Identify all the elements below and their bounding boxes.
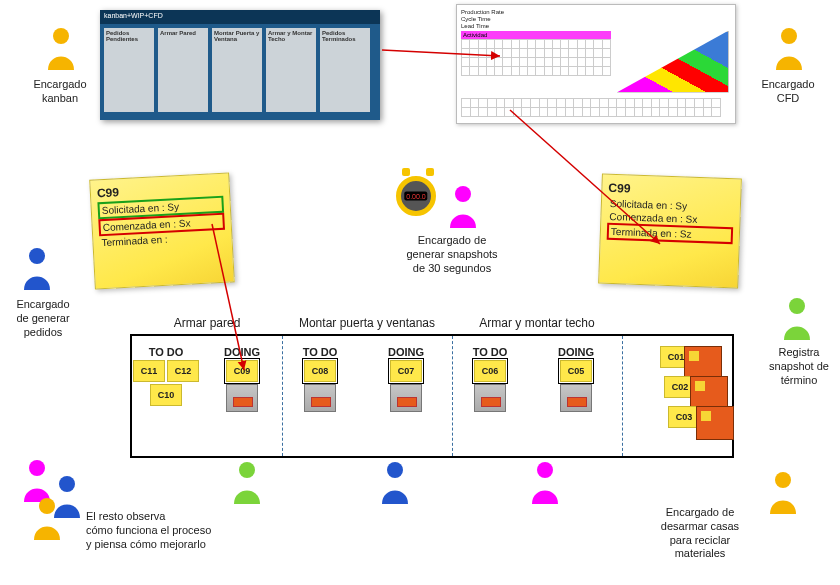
trello-col-title: Pedidos Pendientes [106, 30, 152, 42]
column-header-todo: TO DO [303, 346, 338, 358]
column-header-doing: DOING [388, 346, 424, 358]
role-snapshots: Encargado de generar snapshots de 30 seg… [392, 234, 512, 275]
lane-title: Montar puerta y ventanas [282, 316, 452, 330]
person-icon [30, 496, 64, 540]
kanban-board: Armar pared TO DO C11 C12 C10 DOING C09 … [130, 334, 734, 458]
role-registrar: Registra snapshot de término [754, 346, 840, 387]
sticky-title: C99 [608, 181, 734, 199]
role-desarmar: Encargado de desarmar casas para recicla… [640, 506, 760, 561]
trello-col-title: Pedidos Terminados [322, 30, 368, 42]
role-cfd: Encargado CFD [748, 78, 828, 106]
cfd-label: Production Rate [461, 9, 731, 16]
trello-col-title: Armar Pared [160, 30, 206, 36]
card: C10 [150, 384, 182, 406]
lane-title: Armar pared [132, 316, 282, 330]
person-icon [528, 460, 562, 504]
house-icon [690, 376, 728, 410]
house-icon [696, 406, 734, 440]
build-photo [304, 384, 336, 412]
card: C11 [133, 360, 165, 382]
role-kanban: Encargado kanban [20, 78, 100, 106]
person-icon [446, 184, 480, 228]
build-photo [390, 384, 422, 412]
column-header-doing: DOING [558, 346, 594, 358]
sticky-note-request: C99 Solicitada en : Sy Comenzada en : Sx… [89, 172, 235, 289]
cfd-activity-header: Actividad [461, 31, 611, 39]
person-icon [378, 460, 412, 504]
card: C06 [474, 360, 506, 382]
house-icon [684, 346, 722, 380]
build-photo [226, 384, 258, 412]
done-stack: C01 C02 C03 [664, 346, 724, 446]
lane-title: Armar y montar techo [452, 316, 622, 330]
card: C09 [226, 360, 258, 382]
person-icon [44, 26, 78, 70]
cfd-spreadsheet: Production Rate Cycle Time Lead Time Act… [456, 4, 736, 124]
role-pedidos: Encargado de generar pedidos [0, 298, 86, 339]
stopwatch-icon [396, 168, 440, 222]
sticky-row: Terminada en : Sz [607, 223, 734, 244]
build-photo [474, 384, 506, 412]
trello-col-title: Armar y Montar Techo [268, 30, 314, 42]
trello-breadcrumb: kanban+WIP+CFD [104, 12, 163, 19]
cfd-chart [617, 31, 729, 93]
card: C12 [167, 360, 199, 382]
sticky-note-done: C99 Solicitada en : Sy Comenzada en : Sx… [598, 174, 742, 289]
person-icon [230, 460, 264, 504]
trello-col-title: Montar Puerta y Ventana [214, 30, 260, 42]
person-icon [772, 26, 806, 70]
role-observa: El resto observa cómo funciona el proces… [86, 510, 266, 551]
cfd-label: Cycle Time [461, 16, 731, 23]
column-header-todo: TO DO [473, 346, 508, 358]
trello-screenshot: kanban+WIP+CFD Pedidos Pendientes Armar … [100, 10, 380, 120]
person-icon [780, 296, 814, 340]
column-header-doing: DOING [224, 346, 260, 358]
column-header-todo: TO DO [149, 346, 184, 358]
card: C05 [560, 360, 592, 382]
card: C08 [304, 360, 336, 382]
card: C07 [390, 360, 422, 382]
cfd-label: Lead Time [461, 23, 731, 30]
build-photo [560, 384, 592, 412]
person-icon [766, 470, 800, 514]
person-icon [20, 246, 54, 290]
